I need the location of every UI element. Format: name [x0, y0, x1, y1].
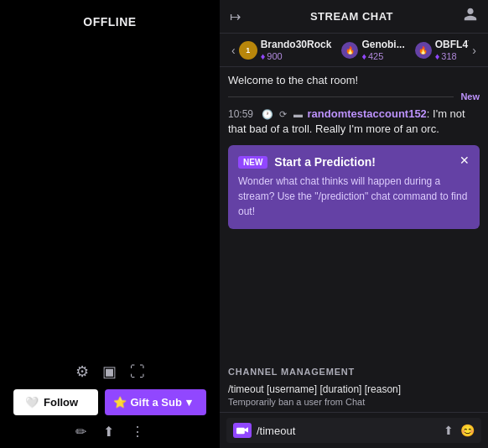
prediction-title: Start a Prediction!	[274, 155, 470, 169]
gift-sub-button[interactable]: ⭐ Gift a Sub ▾	[105, 389, 207, 415]
viewer-info-3: OBFL4Y ♦318	[435, 39, 470, 61]
viewer-info: Brando30Rock ♦900	[261, 39, 332, 61]
prev-viewer-button[interactable]: ‹	[228, 44, 239, 57]
command-hint: /timeout [username] [duration] [reason]	[220, 380, 488, 397]
chat-input-area: /timeout ⬆ 😊	[220, 412, 488, 448]
star-icon: ⭐	[113, 396, 127, 409]
more-icon[interactable]: ⋮	[131, 424, 144, 440]
collapse-chat-icon[interactable]: ↦	[230, 8, 241, 24]
chat-message: 10:59 🕐 ⟳ ▬ randomtestaccount152: I'm no…	[228, 107, 480, 137]
viewer-item-3: 🔥 OBFL4Y ♦318	[415, 39, 470, 61]
prediction-body: Wonder what chat thinks will happen duri…	[238, 174, 470, 219]
clock-icon: 🕐	[262, 109, 273, 119]
history-icon: ⟳	[279, 109, 287, 119]
prediction-header: NEW Start a Prediction!	[238, 155, 470, 169]
upload-icon[interactable]: ⬆	[444, 424, 454, 437]
prediction-card: NEW Start a Prediction! ✕ Wonder what ch…	[228, 145, 480, 229]
viewer-points-3: ♦318	[435, 51, 470, 61]
user-icon[interactable]	[463, 7, 478, 26]
chat-input-box: /timeout ⬆ 😊	[226, 418, 481, 443]
chat-title: STREAM CHAT	[310, 10, 393, 23]
viewer-info-2: Genobi... ♦425	[361, 39, 404, 61]
emoji-icon[interactable]: 😊	[460, 424, 475, 437]
viewer-avatar-3: 🔥	[415, 42, 432, 59]
viewer-item: 🔥 Genobi... ♦425	[341, 39, 404, 61]
viewer-avatar: 1	[239, 41, 257, 60]
viewer-points-2: ♦425	[361, 51, 404, 61]
chat-input-icons: ⬆ 😊	[444, 424, 475, 437]
layout-icon[interactable]: ▣	[102, 362, 117, 381]
viewer-name-3: OBFL4Y	[435, 39, 470, 50]
viewers-row: ‹ 1 Brando30Rock ♦900 🔥 Genobi... ♦425	[220, 34, 488, 67]
chat-input[interactable]: /timeout	[257, 425, 439, 437]
left-bottom-controls: ⚙ ▣ ⛶ 🤍 Follow ⭐ Gift a Sub ▾ ✏ ⬆ ⋮	[0, 362, 220, 440]
next-viewer-button[interactable]: ›	[469, 44, 480, 57]
command-sub: Temporarily ban a user from Chat	[220, 397, 488, 412]
viewer-name-2: Genobi...	[361, 39, 404, 50]
icon-row: ⚙ ▣ ⛶	[75, 362, 145, 381]
left-panel: OFFLINE ⚙ ▣ ⛶ 🤍 Follow ⭐ Gift a Sub ▾ ✏ …	[0, 0, 220, 448]
fullscreen-icon[interactable]: ⛶	[130, 363, 145, 381]
divider-line	[228, 96, 454, 97]
settings-icon[interactable]: ⚙	[75, 362, 89, 381]
new-badge: New	[460, 91, 480, 102]
viewers-list: 1 Brando30Rock ♦900 🔥 Genobi... ♦425 🔥	[239, 39, 470, 61]
mod-icon: ▬	[293, 109, 303, 119]
share-icon[interactable]: ⬆	[103, 424, 114, 440]
prediction-new-badge: NEW	[238, 156, 267, 169]
chat-messages: Welcome to the chat room! New 10:59 🕐 ⟳ …	[220, 67, 488, 360]
offline-label: OFFLINE	[83, 15, 136, 29]
viewer-avatar-2: 🔥	[341, 42, 358, 59]
follow-button[interactable]: 🤍 Follow	[13, 389, 98, 415]
message-username: randomtestaccount152	[308, 107, 427, 120]
viewer-points: ♦900	[261, 51, 332, 61]
chat-panel: ↦ STREAM CHAT ‹ 1 Brando30Rock ♦900	[220, 0, 488, 448]
prediction-close-button[interactable]: ✕	[459, 154, 470, 167]
viewer-item: 1 Brando30Rock ♦900	[239, 39, 332, 61]
new-divider: New	[228, 91, 480, 102]
edit-icon[interactable]: ✏	[75, 424, 86, 440]
message-time: 10:59	[228, 108, 253, 120]
action-row: 🤍 Follow ⭐ Gift a Sub ▾	[0, 389, 220, 415]
viewer-name: Brando30Rock	[261, 39, 332, 50]
welcome-message: Welcome to the chat room!	[228, 74, 480, 86]
follow-label: Follow	[44, 396, 78, 409]
camera-icon	[233, 423, 252, 438]
chat-header: ↦ STREAM CHAT	[220, 0, 488, 34]
channel-management-header: CHANNEL MANAGEMENT	[220, 360, 488, 380]
bottom-icon-row: ✏ ⬆ ⋮	[75, 424, 144, 440]
chevron-down-icon: ▾	[186, 396, 192, 409]
gift-sub-label: Gift a Sub	[131, 396, 182, 409]
heart-icon: 🤍	[25, 396, 39, 409]
